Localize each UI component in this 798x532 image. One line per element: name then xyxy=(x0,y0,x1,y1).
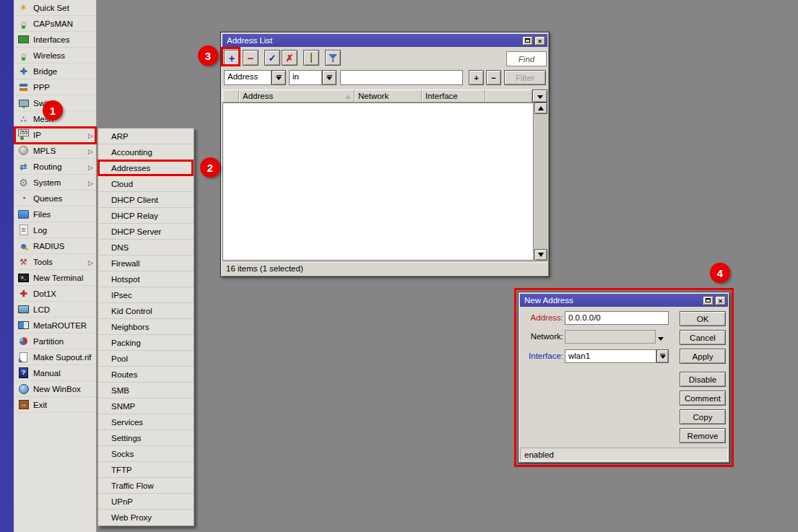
scroll-up-button[interactable] xyxy=(534,103,547,114)
submenu-item-label: UPnP xyxy=(111,497,133,506)
sidebar-item-new-winbox[interactable]: New WinBox xyxy=(14,381,96,397)
submenu-item-tftp[interactable]: TFTP xyxy=(98,462,194,478)
filter-value-input[interactable] xyxy=(340,70,463,85)
submenu-item-ipsec[interactable]: IPsec xyxy=(98,287,194,303)
filter-column-dropdown-button[interactable] xyxy=(272,70,286,85)
column-header-blank[interactable] xyxy=(485,90,532,103)
add-address-button[interactable]: + xyxy=(224,50,240,66)
submenu-item-hotspot[interactable]: Hotspot xyxy=(98,271,194,287)
sidebar-item-wireless[interactable]: Wireless xyxy=(14,48,96,64)
sidebar-item-ip[interactable]: 255IP xyxy=(14,127,96,143)
sidebar-item-log[interactable]: Log xyxy=(14,222,96,238)
column-header-address[interactable]: Address xyxy=(239,90,355,103)
sidebar-item-files[interactable]: Files xyxy=(14,206,96,222)
sidebar-item-dot1x[interactable]: Dot1X xyxy=(14,286,96,302)
sidebar-item-quick-set[interactable]: Quick Set xyxy=(14,0,96,16)
sidebar-item-tools[interactable]: Tools xyxy=(14,254,96,270)
submenu-item-firewall[interactable]: Firewall xyxy=(98,256,194,271)
submenu-item-settings[interactable]: Settings xyxy=(98,430,194,446)
column-header-network[interactable]: Network xyxy=(355,90,422,103)
filter-operator-dropdown-button[interactable] xyxy=(322,70,337,85)
disable-address-button[interactable]: ✗ xyxy=(282,50,298,66)
sidebar-item-ppp[interactable]: PPP xyxy=(14,79,96,95)
maximize-button[interactable] xyxy=(703,296,714,305)
sidebar-item-metarouter[interactable]: MetaROUTER xyxy=(14,318,96,333)
sidebar-item-system[interactable]: System xyxy=(14,175,96,191)
submenu-item-dhcp-server[interactable]: DHCP Server xyxy=(98,224,194,240)
submenu-item-smb[interactable]: SMB xyxy=(98,383,194,398)
submenu-item-dhcp-client[interactable]: DHCP Client xyxy=(98,192,194,208)
sidebar-item-mpls[interactable]: MPLS xyxy=(14,143,96,159)
network-dropdown-icon[interactable] xyxy=(658,333,664,342)
submenu-item-dhcp-relay[interactable]: DHCP Relay xyxy=(98,208,194,224)
sidebar-item-label: Quick Set xyxy=(33,4,69,12)
submenu-item-services[interactable]: Services xyxy=(98,414,194,430)
submenu-item-routes[interactable]: Routes xyxy=(98,367,194,383)
disable-button[interactable]: Disable xyxy=(680,372,726,387)
column-header-spacer[interactable] xyxy=(222,90,239,103)
submenu-item-arp[interactable]: ARP xyxy=(98,128,194,144)
submenu-item-addresses[interactable]: Addresses xyxy=(98,160,194,176)
submenu-item-web-proxy[interactable]: Web Proxy xyxy=(98,510,194,526)
comment-button[interactable]: Comment xyxy=(680,391,726,406)
enable-address-button[interactable]: ✓ xyxy=(264,50,280,66)
submenu-item-accounting[interactable]: Accounting xyxy=(98,144,194,160)
submenu-arrow-icon xyxy=(88,147,93,155)
submenu-item-cloud[interactable]: Cloud xyxy=(98,176,194,192)
sidebar-item-label: Exit xyxy=(33,401,47,409)
interface-input[interactable]: wlan1 xyxy=(565,349,656,363)
submenu-item-label: Hotspot xyxy=(111,275,140,284)
submenu-item-upnp[interactable]: UPnP xyxy=(98,494,194,510)
submenu-item-packing[interactable]: Packing xyxy=(98,335,194,351)
submenu-item-pool[interactable]: Pool xyxy=(98,351,194,367)
vertical-scrollbar[interactable] xyxy=(534,103,547,261)
submenu-item-neighbors[interactable]: Neighbors xyxy=(98,319,194,335)
window-controls xyxy=(703,296,726,305)
filter-column-select[interactable]: Address xyxy=(224,70,272,85)
cancel-button[interactable]: Cancel xyxy=(680,330,726,345)
submenu-item-dns[interactable]: DNS xyxy=(98,240,194,256)
sidebar-item-make-supout-rif[interactable]: Make Supout.rif xyxy=(14,349,96,365)
sidebar-item-lcd[interactable]: LCD xyxy=(14,302,96,318)
new-address-titlebar[interactable]: New Address xyxy=(520,294,728,307)
close-button[interactable] xyxy=(715,296,726,305)
apply-button[interactable]: Apply xyxy=(680,349,726,364)
interface-dropdown-button[interactable] xyxy=(656,349,669,363)
submenu-item-socks[interactable]: Socks xyxy=(98,446,194,462)
annotation-step-2: 2 xyxy=(200,157,220,178)
comment-address-button[interactable] xyxy=(303,50,319,66)
submenu-item-traffic-flow[interactable]: Traffic Flow xyxy=(98,478,194,494)
network-input[interactable] xyxy=(565,330,656,344)
sidebar-item-manual[interactable]: Manual xyxy=(14,365,96,381)
sidebar-item-new-terminal[interactable]: New Terminal xyxy=(14,270,96,286)
filter-operator-select[interactable]: in xyxy=(289,70,322,85)
filter-toggle-button[interactable] xyxy=(325,50,341,66)
sidebar-item-routing[interactable]: Routing xyxy=(14,159,96,175)
filter-remove-button[interactable]: − xyxy=(486,70,501,85)
sidebar-item-queues[interactable]: Queues xyxy=(14,191,96,206)
address-list-body[interactable] xyxy=(222,103,534,261)
submenu-item-snmp[interactable]: SNMP xyxy=(98,398,194,414)
sidebar-item-bridge[interactable]: Bridge xyxy=(14,64,96,79)
ok-button[interactable]: OK xyxy=(680,311,726,326)
maximize-button[interactable] xyxy=(522,36,533,45)
remove-address-button[interactable]: − xyxy=(243,50,259,66)
sidebar-item-partition[interactable]: Partition xyxy=(14,333,96,349)
address-list-titlebar[interactable]: Address List xyxy=(222,34,547,47)
sidebar-item-exit[interactable]: Exit xyxy=(14,397,96,413)
sidebar-item-capsman[interactable]: CAPsMAN xyxy=(14,16,96,32)
find-button[interactable]: Find xyxy=(506,51,547,66)
remove-button[interactable]: Remove xyxy=(680,428,726,443)
close-icon xyxy=(718,296,723,305)
address-input[interactable]: 0.0.0.0/0 xyxy=(565,311,669,325)
scroll-down-button[interactable] xyxy=(534,249,547,261)
submenu-item-kid-control[interactable]: Kid Control xyxy=(98,303,194,319)
filter-apply-button[interactable]: Filter xyxy=(504,70,546,85)
filter-add-button[interactable]: + xyxy=(469,70,484,85)
column-header-interface[interactable]: Interface xyxy=(422,90,485,103)
column-selector-button[interactable] xyxy=(532,90,547,103)
sidebar-item-radius[interactable]: RADIUS xyxy=(14,238,96,254)
sidebar-item-interfaces[interactable]: Interfaces xyxy=(14,32,96,48)
copy-button[interactable]: Copy xyxy=(680,409,726,424)
close-button[interactable] xyxy=(534,36,545,45)
